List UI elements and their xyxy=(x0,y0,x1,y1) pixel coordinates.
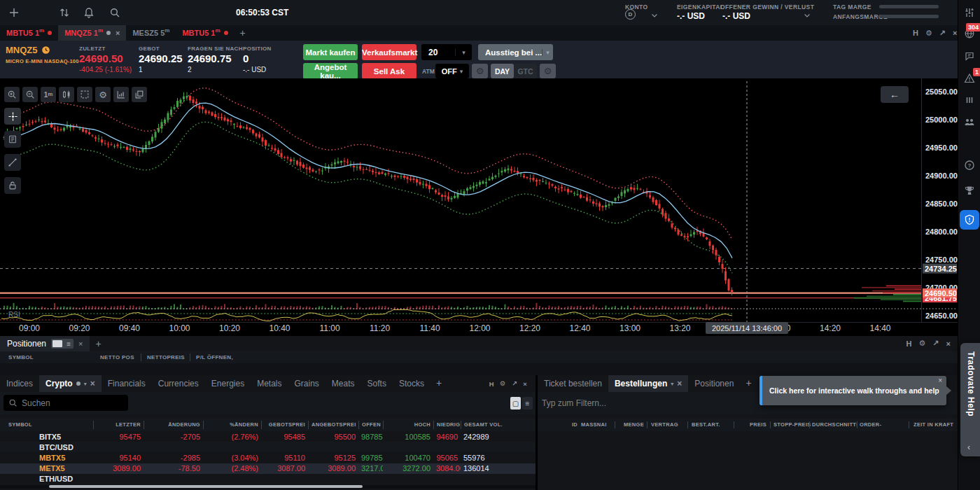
tab-chevron-down-icon[interactable]: ▾ xyxy=(671,381,673,387)
close-tab-icon[interactable]: × xyxy=(90,379,95,388)
list-view-icon[interactable]: ≡ xyxy=(64,339,74,349)
tradovate-help-tab[interactable]: Tradovate Help ‹ xyxy=(960,343,980,456)
scroll-back-button[interactable]: ← xyxy=(881,86,909,103)
close-icon[interactable]: × xyxy=(953,29,957,37)
watchlist-tab-crypto[interactable]: Crypto▾× xyxy=(39,375,102,392)
quantity-stepper[interactable]: 20 ▾ xyxy=(421,44,472,60)
close-icon[interactable]: × xyxy=(523,380,526,387)
notes-tool-button[interactable] xyxy=(4,131,21,148)
watchlist-tab-indices[interactable]: Indices xyxy=(0,375,39,392)
orders-col-9[interactable]: ZEIT IN KRAFT xyxy=(913,421,957,429)
quantity-chevron-down-icon[interactable]: ▾ xyxy=(455,49,472,56)
chart-settings-button[interactable]: ⚙ xyxy=(95,87,111,102)
watchlist-tab-metals[interactable]: Metals xyxy=(251,375,288,392)
atm-dropdown[interactable]: OFF ▾ xyxy=(435,64,469,78)
exit-chevron-down-icon[interactable]: ▾ xyxy=(542,49,553,56)
help-icon[interactable]: ? xyxy=(964,160,975,171)
candle-style-button[interactable] xyxy=(59,87,74,102)
chart-tab-mesz5-5m[interactable]: MESZ5 5m xyxy=(126,25,176,41)
bell-icon[interactable] xyxy=(83,7,94,18)
orders-col-5[interactable]: PREIS xyxy=(736,421,766,429)
positions-tab[interactable]: Positionen ≡ × xyxy=(0,336,90,351)
popout-icon[interactable]: ↗ xyxy=(939,29,946,38)
settings-icon[interactable]: ⚙ xyxy=(925,29,932,38)
orders-col-3[interactable]: VERTRAG xyxy=(651,421,687,429)
account-chevron-down-icon[interactable] xyxy=(650,11,659,20)
community-icon[interactable] xyxy=(964,116,975,127)
watchlist-col-5[interactable]: ANGEBOTSPREI xyxy=(308,421,358,429)
watchlist-tab-meats[interactable]: Meats xyxy=(326,375,361,392)
orders-col-8[interactable]: ORDER- xyxy=(860,421,902,429)
add-orders-tab-button[interactable]: + xyxy=(740,375,757,392)
watchlist-tab-grains[interactable]: Grains xyxy=(288,375,326,392)
card-view-icon[interactable] xyxy=(52,340,62,347)
atm-settings-button[interactable]: ⚙ xyxy=(472,64,488,78)
orders-tab-ticket-bestellen[interactable]: Ticket bestellen xyxy=(538,375,608,392)
chart-panel[interactable]: RSI25050.0025000.0024950.0024900.0024850… xyxy=(0,78,958,335)
filters-icon[interactable] xyxy=(964,7,975,18)
tif-day-button[interactable]: DAY xyxy=(491,64,514,78)
orders-col-1[interactable]: MASSNAI xyxy=(581,421,613,429)
add-watchlist-tab-button[interactable]: + xyxy=(430,375,447,392)
achievements-icon[interactable] xyxy=(964,185,975,196)
protection-button[interactable] xyxy=(960,210,979,230)
add-chart-tab-button[interactable]: + xyxy=(234,25,251,41)
close-icon[interactable]: × xyxy=(946,340,951,348)
watchlist-col-3[interactable]: %ÄNDERN xyxy=(203,421,261,429)
tif-gtc-button[interactable]: GTC xyxy=(514,64,537,78)
selection-button[interactable] xyxy=(77,87,92,102)
instrument-symbol[interactable]: MNQZ5 xyxy=(6,45,50,55)
lock-tool-button[interactable] xyxy=(4,177,21,194)
orders-tab-positionen[interactable]: Positionen xyxy=(688,375,740,392)
collapse-icon[interactable]: H xyxy=(906,340,912,348)
orders-tab-bestellungen[interactable]: Bestellungen▾× xyxy=(608,375,688,392)
zoom-out-button[interactable] xyxy=(22,87,38,102)
settings-icon[interactable]: ⚙ xyxy=(918,339,925,348)
orders-col-0[interactable]: ID xyxy=(556,421,578,429)
trendline-tool-button[interactable] xyxy=(4,154,21,171)
crosshair-tool-button[interactable] xyxy=(4,108,21,125)
account-avatar[interactable]: D xyxy=(625,9,636,20)
watchlist-col-2[interactable]: ÄNDERUNG xyxy=(144,421,203,429)
zoom-in-button[interactable] xyxy=(4,87,20,102)
interval-button[interactable]: 1m xyxy=(41,87,56,102)
sell-market-button[interactable]: Verkaufsmarkt xyxy=(362,44,416,60)
watchlist-col-6[interactable]: OFFEN xyxy=(358,421,383,429)
watchlist-row-BTC/USD[interactable]: BTC/USD xyxy=(0,442,536,452)
close-positions-tab-icon[interactable]: × xyxy=(78,340,83,348)
popout-icon[interactable]: ↗ xyxy=(511,380,517,388)
search-icon[interactable] xyxy=(109,7,120,18)
watchlist-col-7[interactable]: HOCH xyxy=(383,421,433,429)
add-positions-tab-button[interactable]: + xyxy=(90,336,106,351)
collapse-icon[interactable]: H xyxy=(913,29,918,37)
watchlist-col-9[interactable]: GESAMT VOL. xyxy=(461,421,514,429)
scrollbar-thumb[interactable] xyxy=(49,485,363,488)
grid-view-icon[interactable]: ▢ xyxy=(510,397,521,410)
pl-chevron-down-icon[interactable] xyxy=(803,11,811,20)
chart-tab-mnqz5-1m[interactable]: MNQZ5 1m× xyxy=(58,25,126,41)
sell-ask-button[interactable]: Sell Ask xyxy=(362,63,416,79)
watchlist-row-BITX5[interactable]: BITX595475-2705(2.76%)954859550098785100… xyxy=(0,431,536,442)
add-workspace-icon[interactable] xyxy=(8,7,20,18)
sort-arrows-icon[interactable] xyxy=(59,7,70,18)
close-tab-icon[interactable]: × xyxy=(677,379,682,388)
watchlist-tab-stocks[interactable]: Stocks xyxy=(393,375,430,392)
watchlist-row-METX5[interactable]: METX53089.00-78.50(2.48%)3087.003089.003… xyxy=(0,463,536,474)
walkthrough-tooltip[interactable]: Click here for interactive walk throughs… xyxy=(760,376,946,405)
exit-strategy-dropdown[interactable]: Ausstieg bei ... ▾ xyxy=(478,44,553,60)
watchlist-tab-energies[interactable]: Energies xyxy=(205,375,251,392)
buy-bid-button[interactable]: Angebot kau... xyxy=(303,63,358,79)
watchlist-tab-financials[interactable]: Financials xyxy=(102,375,152,392)
watchlist-col-4[interactable]: GEBOTSPREI xyxy=(261,421,308,429)
orders-col-7[interactable]: DURCHSCHNITTLIC xyxy=(812,421,857,429)
watchlist-col-8[interactable]: NIEDRIG xyxy=(433,421,461,429)
watchlist-tab-currencies[interactable]: Currencies xyxy=(152,375,205,392)
watchlist-col-1[interactable]: LETZTER xyxy=(93,421,144,429)
usage-icon[interactable] xyxy=(964,94,975,106)
price-chart[interactable]: RSI25050.0025000.0024950.0024900.0024850… xyxy=(0,78,958,335)
watchlist-col-0[interactable]: SYMBOL xyxy=(0,421,93,429)
orders-col-2[interactable]: MENGE xyxy=(613,421,644,429)
chart-tab-mbtu5-1m[interactable]: MBTU5 1m xyxy=(0,25,58,41)
settings-icon[interactable]: ⚙ xyxy=(500,380,505,388)
tif-settings-button[interactable]: ⚙ xyxy=(540,64,556,78)
